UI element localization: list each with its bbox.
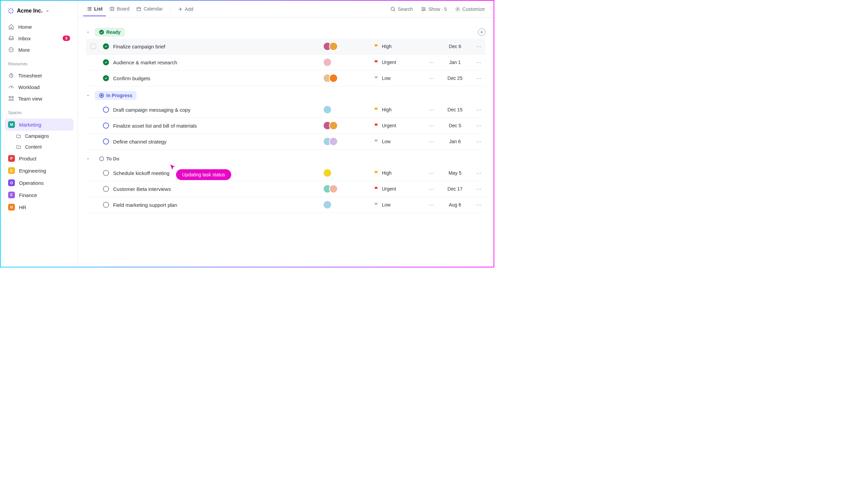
collapse-button[interactable] — [86, 156, 91, 161]
status-dot-open[interactable] — [103, 107, 109, 113]
space-engineering[interactable]: E Engineering — [5, 165, 73, 177]
task-row[interactable]: Finalize campaign brief High Dec 6 ⋯ — [86, 39, 485, 54]
status-chip[interactable]: Ready — [95, 28, 125, 37]
task-date[interactable]: Dec 25 — [438, 75, 472, 81]
avatar[interactable] — [329, 74, 338, 83]
svg-rect-16 — [9, 99, 11, 101]
task-priority[interactable]: Urgent — [374, 60, 425, 65]
task-date[interactable]: Aug 6 — [438, 202, 472, 207]
task-more-icon[interactable]: ⋯ — [429, 202, 434, 208]
collapse-button[interactable] — [86, 29, 91, 35]
search-button[interactable]: Search — [387, 4, 416, 14]
task-more-icon[interactable]: ⋯ — [429, 59, 434, 66]
status-dot-open[interactable] — [103, 123, 109, 129]
status-dot-done[interactable] — [103, 43, 109, 49]
space-product[interactable]: P Product — [5, 152, 73, 165]
status-dot-todo[interactable] — [103, 186, 109, 192]
task-date[interactable]: Jan 6 — [438, 139, 472, 144]
status-dot-done[interactable] — [103, 75, 109, 81]
avatar[interactable] — [323, 200, 332, 209]
task-priority[interactable]: Low — [374, 75, 425, 81]
status-chip[interactable]: In Progress — [95, 91, 136, 100]
inbox-icon — [8, 35, 14, 41]
view-tab-calendar[interactable]: Calendar — [133, 2, 166, 16]
task-priority[interactable]: High — [374, 170, 425, 176]
task-actions-icon[interactable]: ⋯ — [476, 123, 481, 129]
task-more-icon[interactable]: ⋯ — [429, 75, 434, 82]
avatar[interactable] — [329, 137, 338, 146]
task-actions-icon[interactable]: ⋯ — [476, 107, 481, 113]
svg-line-13 — [11, 87, 12, 88]
resource-grid[interactable]: Team view — [5, 93, 73, 104]
task-more-icon[interactable]: ⋯ — [429, 123, 434, 129]
task-row[interactable]: Finalize asset list and bill of material… — [86, 118, 485, 134]
task-row[interactable]: Define channel strategy Low ⋯ Jan 6 ⋯ — [86, 134, 485, 150]
collapse-button[interactable] — [86, 93, 91, 98]
task-more-icon[interactable]: ⋯ — [429, 107, 434, 113]
task-actions-icon[interactable]: ⋯ — [476, 75, 481, 82]
task-priority[interactable]: High — [374, 107, 425, 112]
flag-icon — [374, 139, 379, 144]
task-actions-icon[interactable]: ⋯ — [476, 170, 481, 176]
add-task-button[interactable] — [478, 28, 485, 36]
task-more-icon[interactable]: ⋯ — [429, 138, 434, 145]
task-checkbox[interactable] — [91, 44, 96, 49]
avatar[interactable] — [329, 42, 338, 51]
nav-more[interactable]: More — [5, 44, 73, 56]
task-actions-icon[interactable]: ⋯ — [476, 186, 481, 192]
space-finance[interactable]: F Finance — [5, 189, 73, 201]
folder-content[interactable]: Content — [5, 141, 73, 152]
add-view-button[interactable]: Add — [175, 4, 197, 14]
status-dot-done[interactable] — [103, 59, 109, 65]
task-actions-icon[interactable]: ⋯ — [476, 202, 481, 208]
svg-line-26 — [394, 10, 395, 11]
space-label: Product — [19, 156, 37, 161]
avatar[interactable] — [323, 169, 332, 177]
space-marketing[interactable]: M Marketing — [5, 118, 73, 131]
avatar[interactable] — [329, 184, 338, 193]
task-row[interactable]: Audience & market research Urgent ⋯ Jan … — [86, 54, 485, 70]
status-chip[interactable]: To Do — [95, 154, 124, 163]
task-row[interactable]: Confirm budgets Low ⋯ Dec 25 ⋯ — [86, 70, 485, 86]
task-row[interactable]: Customer Beta interviews Urgent ⋯ Dec 17… — [86, 181, 485, 197]
task-row[interactable]: Draft campaign messaging & copy High ⋯ D… — [86, 102, 485, 118]
view-tab-list[interactable]: List — [83, 2, 106, 16]
task-row[interactable]: Schedule kickoff meeting High ⋯ May 5 ⋯ — [86, 165, 485, 181]
space-operations[interactable]: O Operations — [5, 177, 73, 189]
resource-gauge[interactable]: Workload — [5, 81, 73, 93]
task-actions-icon[interactable]: ⋯ — [476, 59, 481, 66]
status-dot-open[interactable] — [103, 138, 109, 145]
avatar[interactable] — [323, 58, 332, 67]
view-tab-board[interactable]: Board — [106, 2, 133, 16]
folder-campaigns[interactable]: Campaigns — [5, 131, 73, 141]
task-priority[interactable]: Low — [374, 139, 425, 144]
nav-home[interactable]: Home — [5, 21, 73, 32]
resource-timer[interactable]: Timesheet — [5, 70, 73, 81]
task-date[interactable]: Dec 6 — [438, 44, 472, 49]
task-actions-icon[interactable]: ⋯ — [476, 138, 481, 145]
task-date[interactable]: May 5 — [438, 170, 472, 176]
task-priority[interactable]: Urgent — [374, 123, 425, 128]
task-priority[interactable]: Low — [374, 202, 425, 207]
task-row[interactable]: Field marketing support plan Low ⋯ Aug 6… — [86, 197, 485, 213]
status-dot-todo[interactable] — [103, 202, 109, 208]
task-more-icon[interactable]: ⋯ — [429, 186, 434, 192]
space-hr[interactable]: H HR — [5, 201, 73, 213]
task-date[interactable]: Jan 1 — [438, 60, 472, 65]
task-more-icon[interactable]: ⋯ — [429, 170, 434, 176]
task-date[interactable]: Dec 17 — [438, 186, 472, 192]
avatar[interactable] — [323, 105, 332, 114]
nav-inbox[interactable]: Inbox 9 — [5, 32, 73, 44]
workspace-switcher[interactable]: Acme Inc. — [5, 5, 73, 16]
status-dot-todo[interactable] — [103, 170, 109, 176]
task-date[interactable]: Dec 5 — [438, 123, 472, 128]
avatar[interactable] — [329, 121, 338, 130]
space-icon: P — [8, 155, 15, 162]
task-priority[interactable]: High — [374, 44, 425, 49]
task-assignees — [323, 58, 374, 67]
task-actions-icon[interactable]: ⋯ — [476, 43, 481, 50]
customize-button[interactable]: Customize — [452, 4, 488, 14]
task-date[interactable]: Dec 15 — [438, 107, 472, 112]
show-options-button[interactable]: Show · 5 — [417, 4, 450, 14]
task-priority[interactable]: Urgent — [374, 186, 425, 192]
